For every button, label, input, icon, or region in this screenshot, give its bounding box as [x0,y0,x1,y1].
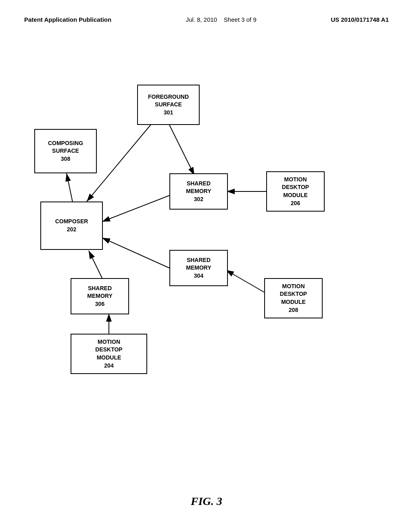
header-center: Jul. 8, 2010 Sheet 3 of 9 [186,16,257,23]
foreground-surface-box: FOREGROUNDSURFACE301 [137,85,200,125]
shared-memory-304-box: SHAREDMEMORY304 [169,250,228,286]
figure-caption: FIG. 3 [0,495,413,508]
motion-desktop-204-label: MOTIONDESKTOPMODULE204 [95,338,122,370]
page-header: Patent Application Publication Jul. 8, 2… [0,0,413,23]
motion-desktop-204-box: MOTIONDESKTOPMODULE204 [71,334,147,374]
svg-line-5 [102,195,169,222]
composing-surface-label: COMPOSINGSURFACE308 [48,139,83,163]
shared-memory-306-box: SHAREDMEMORY306 [71,278,129,314]
diagram: FOREGROUNDSURFACE301 COMPOSINGSURFACE308… [0,64,413,447]
composing-surface-box: COMPOSINGSURFACE308 [34,129,97,173]
foreground-surface-label: FOREGROUNDSURFACE301 [148,93,189,117]
header-publication-label: Patent Application Publication [24,16,111,23]
shared-memory-304-label: SHAREDMEMORY304 [186,256,211,280]
motion-desktop-208-label: MOTIONDESKTOPMODULE208 [280,283,307,314]
shared-memory-306-label: SHAREDMEMORY306 [87,285,112,308]
composer-202-label: COMPOSER202 [55,218,88,233]
composer-202-box: COMPOSER202 [40,202,103,250]
motion-desktop-206-box: MOTIONDESKTOPMODULE206 [266,171,325,212]
motion-desktop-206-label: MOTIONDESKTOPMODULE206 [282,176,309,207]
svg-line-8 [226,270,264,292]
header-date: Jul. 8, 2010 [186,16,217,23]
header-sheet: Sheet 3 of 9 [224,16,257,23]
header-patent-number: US 2010/0171748 A1 [331,16,389,23]
shared-memory-302-label: SHAREDMEMORY302 [186,180,211,204]
shared-memory-302-box: SHAREDMEMORY302 [169,173,228,210]
svg-line-2 [169,125,194,175]
motion-desktop-208-box: MOTIONDESKTOPMODULE208 [264,278,323,318]
svg-line-7 [102,238,169,268]
svg-line-9 [89,251,104,282]
